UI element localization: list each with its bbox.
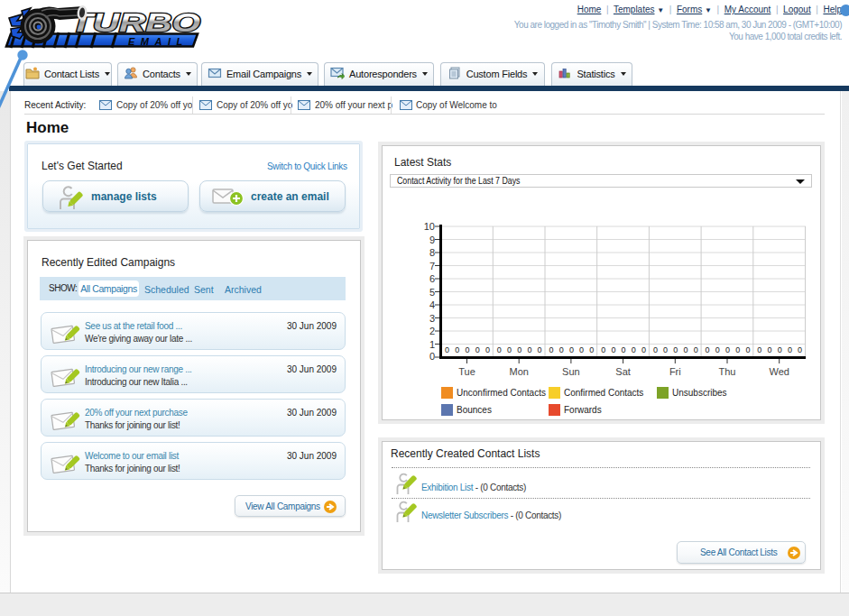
- svg-text:0: 0: [485, 345, 490, 354]
- svg-text:2: 2: [429, 326, 435, 336]
- svg-text:6: 6: [429, 273, 435, 284]
- svg-text:TURBO: TURBO: [70, 7, 200, 37]
- svg-text:Mon: Mon: [509, 366, 528, 377]
- svg-text:0: 0: [632, 345, 636, 354]
- svg-text:1: 1: [429, 339, 435, 350]
- svg-text:0: 0: [715, 345, 720, 354]
- svg-text:EMAIL: EMAIL: [128, 36, 189, 47]
- svg-text:0: 0: [527, 345, 531, 354]
- svg-text:3: 3: [429, 313, 435, 324]
- svg-text:Sat: Sat: [615, 366, 631, 377]
- svg-text:0: 0: [559, 345, 564, 354]
- svg-text:0: 0: [445, 345, 449, 354]
- svg-text:0: 0: [549, 345, 554, 354]
- svg-text:0: 0: [745, 345, 750, 354]
- svg-text:0: 0: [622, 345, 626, 354]
- svg-text:0: 0: [663, 345, 668, 354]
- svg-text:7: 7: [429, 261, 435, 271]
- svg-text:0: 0: [538, 345, 542, 354]
- svg-text:0: 0: [788, 345, 792, 354]
- svg-text:8: 8: [429, 247, 435, 258]
- svg-text:0: 0: [725, 345, 730, 354]
- svg-text:0: 0: [706, 345, 710, 354]
- svg-text:10: 10: [424, 221, 435, 232]
- svg-text:0: 0: [735, 345, 740, 354]
- svg-text:Tue: Tue: [458, 366, 475, 377]
- svg-text:9: 9: [429, 234, 435, 245]
- svg-text:0: 0: [757, 345, 761, 354]
- svg-text:0: 0: [653, 345, 658, 354]
- svg-text:0: 0: [569, 345, 574, 354]
- svg-text:Sun: Sun: [562, 366, 580, 377]
- svg-text:0: 0: [798, 345, 802, 354]
- svg-text:0: 0: [641, 345, 646, 354]
- svg-text:4: 4: [429, 299, 435, 310]
- svg-text:0: 0: [768, 345, 772, 354]
- svg-text:5: 5: [429, 287, 435, 298]
- svg-text:0: 0: [694, 345, 698, 354]
- svg-text:0: 0: [673, 345, 678, 354]
- svg-text:0: 0: [497, 345, 502, 354]
- svg-text:0: 0: [579, 345, 584, 354]
- svg-text:0: 0: [429, 351, 435, 362]
- svg-text:Thu: Thu: [719, 366, 736, 377]
- svg-text:Fri: Fri: [669, 366, 681, 377]
- svg-text:Wed: Wed: [769, 366, 789, 377]
- svg-text:0: 0: [455, 345, 459, 354]
- svg-text:0: 0: [601, 345, 605, 354]
- svg-text:0: 0: [589, 345, 594, 354]
- svg-text:0: 0: [507, 345, 512, 354]
- svg-text:0: 0: [517, 345, 521, 354]
- svg-text:0: 0: [778, 345, 782, 354]
- svg-text:0: 0: [684, 345, 688, 354]
- svg-text:0: 0: [466, 345, 470, 354]
- svg-text:0: 0: [475, 345, 480, 354]
- svg-text:0: 0: [611, 345, 615, 354]
